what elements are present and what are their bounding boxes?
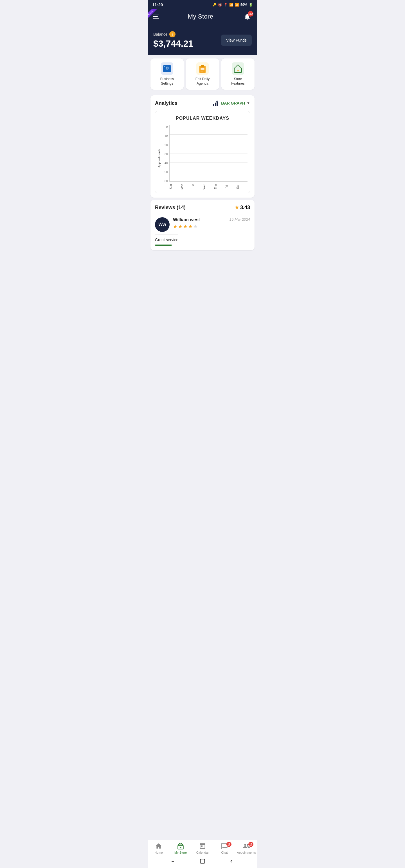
wifi-icon: 📶 (229, 3, 233, 7)
reviewer-info: William west ★ ★ ★ ★ ★ 15 Mar 2024 (173, 217, 250, 231)
y-label-50: 50 (162, 170, 168, 174)
bars-area (169, 125, 248, 182)
battery-text: 59% (240, 3, 247, 7)
x-label-mon: Mon (180, 183, 192, 191)
svg-text:★: ★ (236, 68, 240, 72)
bar-chart-icon (213, 100, 220, 106)
review-date: 15 Mar 2024 (230, 217, 250, 221)
x-label-sat: Sat (236, 183, 248, 191)
key-icon: 🔑 (212, 3, 216, 7)
business-settings-card[interactable]: BusinessSettings (150, 59, 184, 90)
green-indicator (155, 245, 172, 246)
page-title: My Store (188, 13, 213, 20)
svg-rect-18 (215, 102, 216, 106)
svg-rect-19 (216, 101, 218, 106)
star-2: ★ (178, 223, 182, 230)
status-bar: 11:20 🔑 🔇 📍 📶 📶 59% 🔋 (148, 0, 257, 9)
balance-label: Balance i (153, 31, 193, 37)
x-label-wed: Wed (203, 183, 214, 191)
svg-rect-17 (213, 104, 214, 106)
star-4: ★ (188, 223, 193, 230)
header: My Store 112 (148, 9, 257, 26)
chart-with-yaxis: Appointments 60 50 40 30 20 10 0 (157, 125, 248, 191)
y-label-0: 0 (162, 125, 168, 128)
review-item: Ww William west ★ ★ ★ ★ ★ 15 Mar 2024 (155, 215, 250, 232)
dropdown-arrow-icon: ▼ (247, 101, 250, 105)
edit-agenda-card[interactable]: Edit DailyAgenda (186, 59, 219, 90)
svg-rect-4 (164, 66, 165, 66)
business-settings-label: BusinessSettings (160, 77, 174, 86)
store-features-icon: ★ (232, 62, 244, 75)
reviewer-avatar: Ww (155, 217, 170, 232)
status-time: 11:20 (152, 2, 163, 7)
svg-rect-12 (201, 71, 203, 71)
view-funds-button[interactable]: View Funds (221, 35, 252, 46)
signal-icon: 📶 (235, 3, 239, 7)
store-features-card[interactable]: ★ StoreFeatures (221, 59, 255, 90)
svg-rect-6 (166, 66, 167, 66)
grid-line-40 (170, 144, 248, 144)
chart-type-label: BAR GRAPH (221, 101, 245, 105)
svg-rect-5 (165, 66, 166, 66)
reviews-rating: ★ 3.43 (235, 204, 250, 211)
battery-icon: 🔋 (249, 3, 253, 7)
rating-value: 3.43 (240, 205, 250, 211)
location-icon: 📍 (224, 3, 228, 7)
svg-rect-11 (201, 69, 204, 70)
star-5: ★ (193, 223, 198, 230)
chart-type-selector[interactable]: BAR GRAPH ▼ (213, 100, 250, 106)
y-label-60: 60 (162, 180, 168, 183)
grid-line-10 (170, 172, 248, 172)
edit-agenda-label: Edit DailyAgenda (196, 77, 210, 86)
reviewer-stars: ★ ★ ★ ★ ★ (173, 223, 200, 230)
reviewer-name: William west (173, 217, 200, 222)
analytics-title: Analytics (155, 100, 177, 106)
business-settings-icon (161, 62, 173, 75)
x-label-thu: Thu (214, 183, 225, 191)
svg-rect-9 (201, 65, 204, 67)
y-axis-label: Appointments (157, 149, 161, 167)
review-text: Great service (155, 235, 178, 242)
grid-line-50 (170, 134, 248, 135)
store-features-label: StoreFeatures (231, 77, 244, 86)
balance-info: Balance i $3,744.21 (153, 31, 193, 49)
rating-star-icon: ★ (235, 204, 239, 211)
x-label-tue: Tue (192, 183, 203, 191)
reviews-title: Reviews (14) (155, 205, 185, 211)
grid-line-20 (170, 162, 248, 163)
x-label-sun: Sun (169, 183, 180, 191)
x-label-fri: Fri (225, 183, 236, 191)
star-1: ★ (173, 223, 177, 230)
y-label-10: 10 (162, 134, 168, 137)
reviews-header: Reviews (14) ★ 3.43 (155, 204, 250, 211)
chart-container: POPULAR WEEKDAYS Appointments 60 50 40 3… (155, 111, 250, 193)
y-axis: 60 50 40 30 20 10 0 (162, 125, 169, 191)
balance-info-button[interactable]: i (169, 31, 175, 37)
reviews-section: Reviews (14) ★ 3.43 Ww William west ★ ★ … (150, 200, 255, 250)
quick-actions: BusinessSettings Edit DailyAgenda ★ (148, 55, 257, 93)
status-icons: 🔑 🔇 📍 📶 📶 59% 🔋 (212, 3, 253, 7)
notifications-button[interactable]: 112 (242, 11, 252, 22)
analytics-section: Analytics BAR GRAPH ▼ POPULAR WEEKDAYS A… (150, 95, 255, 197)
analytics-header: Analytics BAR GRAPH ▼ (155, 100, 250, 106)
y-label-20: 20 (162, 144, 168, 147)
star-3: ★ (183, 223, 187, 230)
balance-card: Balance i $3,744.21 View Funds (148, 26, 257, 55)
notification-badge: 112 (248, 11, 253, 17)
balance-amount: $3,744.21 (153, 38, 193, 49)
y-label-40: 40 (162, 162, 168, 165)
x-labels: SunMonTueWedThuFriSat (169, 183, 248, 191)
mute-icon: 🔇 (218, 3, 222, 7)
edit-agenda-icon (196, 62, 209, 75)
y-label-30: 30 (162, 153, 168, 156)
chart-title: POPULAR WEEKDAYS (157, 116, 248, 121)
sale-ribbon (148, 9, 160, 21)
svg-rect-10 (201, 68, 204, 69)
